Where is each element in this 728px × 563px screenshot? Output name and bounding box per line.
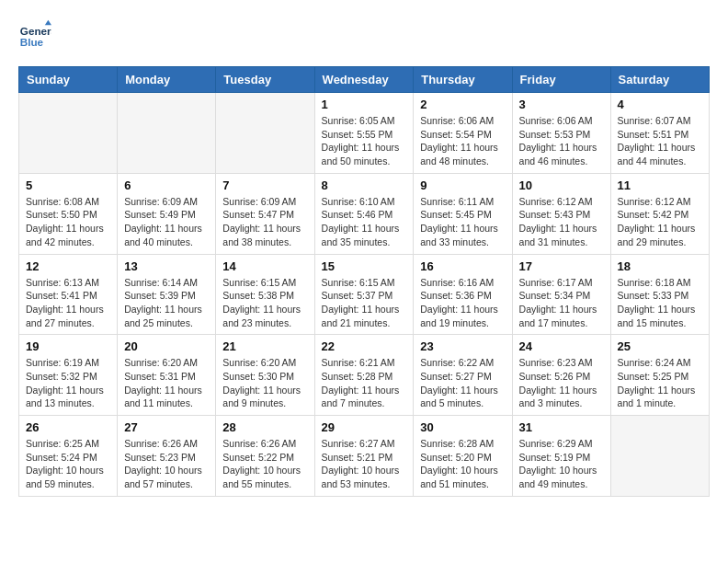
day-info: Sunrise: 6:26 AMSunset: 5:22 PMDaylight:… xyxy=(222,437,307,491)
calendar-cell: 29Sunrise: 6:27 AMSunset: 5:21 PMDayligh… xyxy=(314,416,414,497)
calendar-table: SundayMondayTuesdayWednesdayThursdayFrid… xyxy=(18,66,710,497)
day-number: 27 xyxy=(124,420,209,434)
calendar-cell: 15Sunrise: 6:15 AMSunset: 5:37 PMDayligh… xyxy=(314,254,414,335)
day-number: 1 xyxy=(322,98,407,111)
calendar-cell: 5Sunrise: 6:08 AMSunset: 5:50 PMDaylight… xyxy=(19,173,118,254)
day-number: 10 xyxy=(519,178,604,192)
calendar-cell: 4Sunrise: 6:07 AMSunset: 5:51 PMDaylight… xyxy=(610,93,709,174)
calendar-header-row: SundayMondayTuesdayWednesdayThursdayFrid… xyxy=(19,67,710,93)
calendar-header-monday: Monday xyxy=(118,67,216,93)
week-row-3: 12Sunrise: 6:13 AMSunset: 5:41 PMDayligh… xyxy=(19,254,710,335)
day-number: 15 xyxy=(322,259,407,273)
calendar-cell: 24Sunrise: 6:23 AMSunset: 5:26 PMDayligh… xyxy=(512,335,610,416)
week-row-4: 19Sunrise: 6:19 AMSunset: 5:32 PMDayligh… xyxy=(19,335,710,416)
day-number: 3 xyxy=(519,98,604,111)
day-number: 26 xyxy=(26,420,110,434)
day-number: 18 xyxy=(618,259,702,273)
calendar-cell: 16Sunrise: 6:16 AMSunset: 5:36 PMDayligh… xyxy=(414,254,512,335)
day-info: Sunrise: 6:12 AMSunset: 5:43 PMDaylight:… xyxy=(519,195,604,249)
day-info: Sunrise: 6:27 AMSunset: 5:21 PMDaylight:… xyxy=(322,437,407,491)
calendar-cell: 1Sunrise: 6:05 AMSunset: 5:55 PMDaylight… xyxy=(314,93,414,174)
day-number: 25 xyxy=(618,339,702,353)
week-row-1: 1Sunrise: 6:05 AMSunset: 5:55 PMDaylight… xyxy=(19,93,710,174)
calendar-cell: 8Sunrise: 6:10 AMSunset: 5:46 PMDaylight… xyxy=(314,173,414,254)
day-number: 31 xyxy=(519,420,604,434)
day-info: Sunrise: 6:09 AMSunset: 5:47 PMDaylight:… xyxy=(222,195,307,249)
day-info: Sunrise: 6:15 AMSunset: 5:37 PMDaylight:… xyxy=(322,276,407,330)
svg-text:Blue: Blue xyxy=(20,36,44,48)
day-number: 6 xyxy=(124,178,209,192)
calendar-header-saturday: Saturday xyxy=(610,67,709,93)
day-number: 16 xyxy=(420,259,505,273)
day-info: Sunrise: 6:10 AMSunset: 5:46 PMDaylight:… xyxy=(322,195,407,249)
day-number: 8 xyxy=(322,178,407,192)
day-number: 12 xyxy=(26,259,110,273)
day-info: Sunrise: 6:21 AMSunset: 5:28 PMDaylight:… xyxy=(322,356,407,410)
calendar-cell: 17Sunrise: 6:17 AMSunset: 5:34 PMDayligh… xyxy=(512,254,610,335)
calendar-cell: 3Sunrise: 6:06 AMSunset: 5:53 PMDaylight… xyxy=(512,93,610,174)
calendar-cell: 21Sunrise: 6:20 AMSunset: 5:30 PMDayligh… xyxy=(216,335,314,416)
day-number: 23 xyxy=(420,339,505,353)
day-info: Sunrise: 6:25 AMSunset: 5:24 PMDaylight:… xyxy=(26,437,110,491)
day-info: Sunrise: 6:15 AMSunset: 5:38 PMDaylight:… xyxy=(222,276,307,330)
day-number: 22 xyxy=(322,339,407,353)
day-number: 21 xyxy=(222,339,307,353)
day-number: 13 xyxy=(124,259,209,273)
day-number: 30 xyxy=(420,420,505,434)
calendar-cell xyxy=(610,416,709,497)
calendar-cell: 12Sunrise: 6:13 AMSunset: 5:41 PMDayligh… xyxy=(19,254,118,335)
calendar-cell xyxy=(216,93,314,174)
calendar-cell: 10Sunrise: 6:12 AMSunset: 5:43 PMDayligh… xyxy=(512,173,610,254)
calendar-cell: 20Sunrise: 6:20 AMSunset: 5:31 PMDayligh… xyxy=(118,335,216,416)
page-header: General Blue xyxy=(18,18,710,52)
week-row-5: 26Sunrise: 6:25 AMSunset: 5:24 PMDayligh… xyxy=(19,416,710,497)
day-number: 19 xyxy=(26,339,110,353)
calendar-cell: 11Sunrise: 6:12 AMSunset: 5:42 PMDayligh… xyxy=(610,173,709,254)
day-number: 24 xyxy=(519,339,604,353)
calendar-cell: 30Sunrise: 6:28 AMSunset: 5:20 PMDayligh… xyxy=(414,416,512,497)
calendar-header-friday: Friday xyxy=(512,67,610,93)
day-info: Sunrise: 6:19 AMSunset: 5:32 PMDaylight:… xyxy=(26,356,110,410)
day-info: Sunrise: 6:05 AMSunset: 5:55 PMDaylight:… xyxy=(322,114,407,168)
calendar-cell: 25Sunrise: 6:24 AMSunset: 5:25 PMDayligh… xyxy=(610,335,709,416)
day-info: Sunrise: 6:22 AMSunset: 5:27 PMDaylight:… xyxy=(420,356,505,410)
day-info: Sunrise: 6:23 AMSunset: 5:26 PMDaylight:… xyxy=(519,356,604,410)
day-info: Sunrise: 6:17 AMSunset: 5:34 PMDaylight:… xyxy=(519,276,604,330)
day-number: 11 xyxy=(618,178,702,192)
day-info: Sunrise: 6:26 AMSunset: 5:23 PMDaylight:… xyxy=(124,437,209,491)
day-number: 20 xyxy=(124,339,209,353)
day-number: 5 xyxy=(26,178,110,192)
calendar-header-thursday: Thursday xyxy=(414,67,512,93)
day-info: Sunrise: 6:16 AMSunset: 5:36 PMDaylight:… xyxy=(420,276,505,330)
logo-icon: General Blue xyxy=(18,18,51,52)
day-info: Sunrise: 6:06 AMSunset: 5:54 PMDaylight:… xyxy=(420,114,505,168)
day-info: Sunrise: 6:13 AMSunset: 5:41 PMDaylight:… xyxy=(26,276,110,330)
day-info: Sunrise: 6:07 AMSunset: 5:51 PMDaylight:… xyxy=(618,114,702,168)
calendar-cell: 19Sunrise: 6:19 AMSunset: 5:32 PMDayligh… xyxy=(19,335,118,416)
day-info: Sunrise: 6:08 AMSunset: 5:50 PMDaylight:… xyxy=(26,195,110,249)
calendar-cell: 18Sunrise: 6:18 AMSunset: 5:33 PMDayligh… xyxy=(610,254,709,335)
day-number: 7 xyxy=(222,178,307,192)
calendar-cell: 9Sunrise: 6:11 AMSunset: 5:45 PMDaylight… xyxy=(414,173,512,254)
calendar-cell: 23Sunrise: 6:22 AMSunset: 5:27 PMDayligh… xyxy=(414,335,512,416)
day-info: Sunrise: 6:20 AMSunset: 5:31 PMDaylight:… xyxy=(124,356,209,410)
logo: General Blue xyxy=(18,18,57,52)
calendar-header-tuesday: Tuesday xyxy=(216,67,314,93)
day-number: 29 xyxy=(322,420,407,434)
day-info: Sunrise: 6:24 AMSunset: 5:25 PMDaylight:… xyxy=(618,356,702,410)
day-info: Sunrise: 6:06 AMSunset: 5:53 PMDaylight:… xyxy=(519,114,604,168)
day-number: 17 xyxy=(519,259,604,273)
calendar-cell: 2Sunrise: 6:06 AMSunset: 5:54 PMDaylight… xyxy=(414,93,512,174)
calendar-cell: 6Sunrise: 6:09 AMSunset: 5:49 PMDaylight… xyxy=(118,173,216,254)
day-info: Sunrise: 6:28 AMSunset: 5:20 PMDaylight:… xyxy=(420,437,505,491)
week-row-2: 5Sunrise: 6:08 AMSunset: 5:50 PMDaylight… xyxy=(19,173,710,254)
day-info: Sunrise: 6:09 AMSunset: 5:49 PMDaylight:… xyxy=(124,195,209,249)
calendar-cell: 22Sunrise: 6:21 AMSunset: 5:28 PMDayligh… xyxy=(314,335,414,416)
calendar-cell: 26Sunrise: 6:25 AMSunset: 5:24 PMDayligh… xyxy=(19,416,118,497)
calendar-cell: 31Sunrise: 6:29 AMSunset: 5:19 PMDayligh… xyxy=(512,416,610,497)
calendar-header-wednesday: Wednesday xyxy=(314,67,414,93)
day-info: Sunrise: 6:11 AMSunset: 5:45 PMDaylight:… xyxy=(420,195,505,249)
calendar-cell xyxy=(118,93,216,174)
calendar-cell: 14Sunrise: 6:15 AMSunset: 5:38 PMDayligh… xyxy=(216,254,314,335)
calendar-cell: 7Sunrise: 6:09 AMSunset: 5:47 PMDaylight… xyxy=(216,173,314,254)
